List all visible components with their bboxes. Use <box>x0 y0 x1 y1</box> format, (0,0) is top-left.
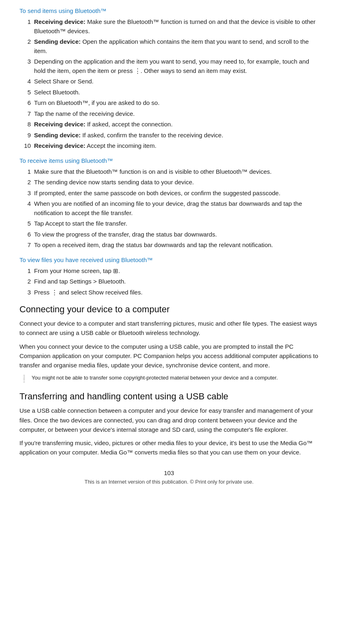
list-item-content: Receiving device: If asked, accept the c… <box>34 120 319 129</box>
list-item: 2Sending device: Open the application wh… <box>19 37 319 55</box>
list-item-content: Find and tap Settings > Bluetooth. <box>34 277 319 286</box>
list-item-bold: Receiving device: <box>34 142 86 149</box>
list-item-number: 7 <box>19 241 31 250</box>
list-item-content: Receiving device: Accept the incoming it… <box>34 141 319 151</box>
list-item-content: Turn on Bluetooth™, if you are asked to … <box>34 98 319 108</box>
usb-heading: Transferring and handling content using … <box>19 391 319 402</box>
list-item-content: Press ⋮ and select Show received files. <box>34 288 319 297</box>
list-item-content: Sending device: If asked, confirm the tr… <box>34 131 319 140</box>
view-heading: To view files you have received using Bl… <box>19 256 319 263</box>
receive-heading: To receive items using Bluetooth™ <box>19 157 319 164</box>
list-item: 7Tap the name of the receiving device. <box>19 109 319 119</box>
list-item-content: Depending on the application and the ite… <box>34 57 319 75</box>
list-item-number: 8 <box>19 120 31 129</box>
list-item: 4Select Share or Send. <box>19 77 319 86</box>
note-text: You might not be able to transfer some c… <box>32 374 278 382</box>
list-item-number: 3 <box>19 57 31 66</box>
view-section: To view files you have received using Bl… <box>19 256 319 297</box>
list-item-number: 6 <box>19 230 31 239</box>
list-item: 3If prompted, enter the same passcode on… <box>19 189 319 198</box>
usb-para2: If you're transferring music, video, pic… <box>19 438 319 457</box>
list-item: 6Turn on Bluetooth™, if you are asked to… <box>19 98 319 108</box>
list-item: 3Press ⋮ and select Show received files. <box>19 288 319 297</box>
list-item-number: 1 <box>19 267 31 276</box>
send-list: 1Receiving device: Make sure the Bluetoo… <box>19 17 319 151</box>
page-number: 103 <box>19 469 319 476</box>
list-item: 2The sending device now starts sending d… <box>19 178 319 187</box>
usb-section: Transferring and handling content using … <box>19 391 319 457</box>
list-item-bold: Receiving device: <box>34 18 86 25</box>
list-item-content: When you are notified of an incoming fil… <box>34 199 319 218</box>
list-item-number: 10 <box>19 141 31 151</box>
list-item-content: To open a received item, drag the status… <box>34 241 319 250</box>
list-item: 10Receiving device: Accept the incoming … <box>19 141 319 151</box>
list-item-content: If prompted, enter the same passcode on … <box>34 189 319 198</box>
list-item-bold: Receiving device: <box>34 121 86 128</box>
list-item: 5Tap Accept to start the file transfer. <box>19 219 319 228</box>
connecting-section: Connecting your device to a computer Con… <box>19 304 319 384</box>
list-item: 9Sending device: If asked, confirm the t… <box>19 131 319 140</box>
list-item: 1Receiving device: Make sure the Bluetoo… <box>19 17 319 36</box>
list-item-number: 1 <box>19 167 31 177</box>
view-list: 1From your Home screen, tap ⊞.2Find and … <box>19 267 319 297</box>
list-item: 2Find and tap Settings > Bluetooth. <box>19 277 319 286</box>
list-item-number: 7 <box>19 109 31 119</box>
list-item-number: 4 <box>19 77 31 86</box>
list-item-number: 1 <box>19 17 31 27</box>
list-item-content: Select Share or Send. <box>34 77 319 86</box>
list-item: 6To view the progress of the transfer, d… <box>19 230 319 239</box>
list-item-content: Select Bluetooth. <box>34 88 319 97</box>
list-item-number: 3 <box>19 288 31 297</box>
connecting-para2: When you connect your device to the comp… <box>19 342 319 370</box>
list-item: 5Select Bluetooth. <box>19 88 319 97</box>
list-item-number: 2 <box>19 178 31 187</box>
list-item-content: The sending device now starts sending da… <box>34 178 319 187</box>
list-item-content: Tap Accept to start the file transfer. <box>34 219 319 228</box>
receive-section: To receive items using Bluetooth™ 1Make … <box>19 157 319 250</box>
receive-list: 1Make sure that the Bluetooth™ function … <box>19 167 319 250</box>
connecting-para1: Connect your device to a computer and st… <box>19 319 319 338</box>
list-item-content: Tap the name of the receiving device. <box>34 109 319 119</box>
list-item: 1Make sure that the Bluetooth™ function … <box>19 167 319 177</box>
list-item-content: From your Home screen, tap ⊞. <box>34 267 319 276</box>
list-item: 4When you are notified of an incoming fi… <box>19 199 319 218</box>
list-item-bold: Sending device: <box>34 132 81 139</box>
note-icon: ❕ <box>19 374 28 384</box>
list-item-content: Make sure that the Bluetooth™ function i… <box>34 167 319 177</box>
list-item-bold: Sending device: <box>34 38 81 45</box>
list-item-number: 3 <box>19 189 31 198</box>
list-item-content: Receiving device: Make sure the Bluetoot… <box>34 17 319 36</box>
list-item-number: 6 <box>19 98 31 108</box>
list-item-number: 5 <box>19 219 31 228</box>
list-item-number: 9 <box>19 131 31 140</box>
list-item: 3Depending on the application and the it… <box>19 57 319 75</box>
list-item-content: To view the progress of the transfer, dr… <box>34 230 319 239</box>
list-item-content: Sending device: Open the application whi… <box>34 37 319 55</box>
list-item-number: 2 <box>19 277 31 286</box>
list-item-number: 2 <box>19 37 31 47</box>
list-item-number: 4 <box>19 199 31 209</box>
connecting-heading: Connecting your device to a computer <box>19 304 319 315</box>
list-item: 7To open a received item, drag the statu… <box>19 241 319 250</box>
footer-text: This is an Internet version of this publ… <box>19 479 319 485</box>
note-row: ❕ You might not be able to transfer some… <box>19 374 319 384</box>
send-section: To send items using Bluetooth™ 1Receivin… <box>19 7 319 151</box>
list-item: 8Receiving device: If asked, accept the … <box>19 120 319 129</box>
list-item: 1From your Home screen, tap ⊞. <box>19 267 319 276</box>
usb-para1: Use a USB cable connection between a com… <box>19 406 319 434</box>
list-item-number: 5 <box>19 88 31 97</box>
send-heading: To send items using Bluetooth™ <box>19 7 319 14</box>
